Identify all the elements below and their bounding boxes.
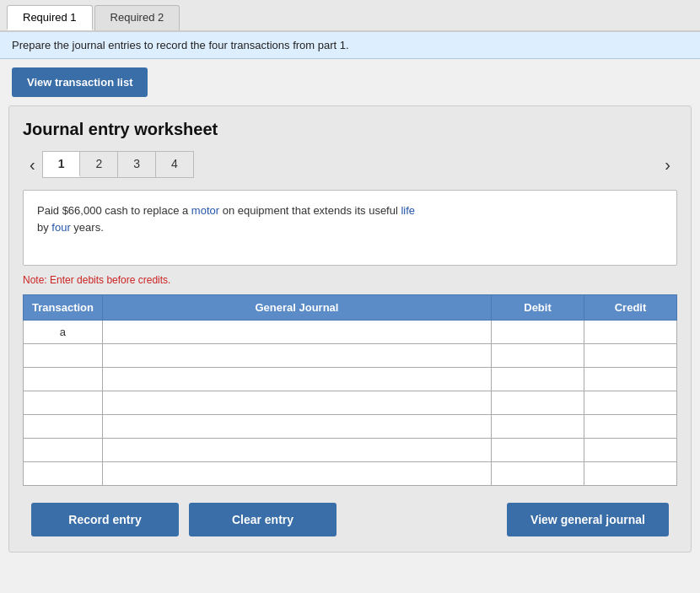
journal-input-cell-6[interactable] <box>102 439 491 462</box>
journal-input-cell-3[interactable] <box>102 368 491 391</box>
desc-part2: on equipment that extends its useful <box>219 204 401 217</box>
journal-input-7[interactable] <box>103 462 491 485</box>
info-bar-text: Prepare the journal entries to record th… <box>12 39 349 51</box>
desc-highlight-four: four <box>51 221 70 234</box>
entry-tab-1[interactable]: 1 <box>43 152 81 177</box>
debit-input-cell-1[interactable] <box>492 321 584 344</box>
transaction-cell-6 <box>24 439 103 462</box>
credit-input-cell-5[interactable] <box>584 415 677 439</box>
credit-input-cell-4[interactable] <box>584 391 677 415</box>
debit-input-4[interactable] <box>492 391 584 414</box>
journal-input-6[interactable] <box>103 439 491 461</box>
journal-input-cell-4[interactable] <box>102 391 491 415</box>
journal-input-cell-2[interactable] <box>102 344 491 368</box>
journal-input-cell-5[interactable] <box>102 415 491 439</box>
table-row <box>24 391 677 415</box>
desc-part1: Paid $66,000 cash to replace a <box>37 204 191 217</box>
desc-highlight-motor: motor <box>191 204 219 217</box>
col-header-transaction: Transaction <box>24 295 103 321</box>
col-header-credit: Credit <box>584 295 677 321</box>
credit-input-cell-1[interactable] <box>584 321 677 344</box>
col-header-journal: General Journal <box>102 295 491 321</box>
desc-part4: years. <box>71 221 104 234</box>
prev-entry-arrow[interactable]: ‹ <box>23 152 42 178</box>
table-row <box>24 415 677 439</box>
debit-input-7[interactable] <box>492 462 584 485</box>
debit-input-2[interactable] <box>492 344 584 367</box>
debit-input-cell-2[interactable] <box>492 344 584 368</box>
credit-input-1[interactable] <box>584 321 676 343</box>
debit-input-3[interactable] <box>492 368 584 391</box>
journal-input-2[interactable] <box>103 344 491 367</box>
debit-input-cell-3[interactable] <box>492 368 584 391</box>
table-row <box>24 344 677 368</box>
tab-required2[interactable]: Required 2 <box>94 5 180 30</box>
credit-input-5[interactable] <box>584 415 676 438</box>
top-tabs-container: Required 1 Required 2 <box>0 0 700 32</box>
note-text: Note: Enter debits before credits. <box>23 274 677 286</box>
desc-part3: by <box>37 221 51 234</box>
bottom-buttons: Record entry Clear entry View general jo… <box>23 498 677 542</box>
entry-tab-4[interactable]: 4 <box>156 152 193 177</box>
journal-table: Transaction General Journal Debit Credit… <box>23 294 677 486</box>
view-general-journal-button[interactable]: View general journal <box>507 503 669 536</box>
journal-input-5[interactable] <box>103 415 491 438</box>
debit-input-cell-6[interactable] <box>492 439 584 462</box>
clear-entry-button[interactable]: Clear entry <box>189 503 337 536</box>
debit-input-cell-7[interactable] <box>492 462 584 486</box>
credit-input-6[interactable] <box>584 439 676 461</box>
table-row <box>24 439 677 462</box>
transaction-description: Paid $66,000 cash to replace a motor on … <box>23 190 677 266</box>
credit-input-cell-3[interactable] <box>584 368 677 391</box>
desc-highlight-life: life <box>401 204 415 217</box>
view-transaction-button[interactable]: View transaction list <box>12 67 148 97</box>
entry-tabs: 1 2 3 4 <box>42 151 194 178</box>
worksheet-container: Journal entry worksheet ‹ 1 2 3 4 › Paid… <box>8 105 692 553</box>
next-entry-arrow[interactable]: › <box>658 152 677 178</box>
debit-input-cell-4[interactable] <box>492 391 584 415</box>
table-row <box>24 462 677 486</box>
table-row: a <box>24 321 677 344</box>
debit-input-1[interactable] <box>492 321 584 343</box>
transaction-cell-3 <box>24 368 103 391</box>
debit-input-5[interactable] <box>492 415 584 438</box>
entry-tab-3[interactable]: 3 <box>118 152 156 177</box>
record-entry-button[interactable]: Record entry <box>31 503 179 536</box>
debit-input-6[interactable] <box>492 439 584 461</box>
col-header-debit: Debit <box>492 295 584 321</box>
transaction-cell-4 <box>24 391 103 415</box>
transaction-cell-7 <box>24 462 103 486</box>
debit-input-cell-5[interactable] <box>492 415 584 439</box>
credit-input-3[interactable] <box>584 368 676 391</box>
button-spacer <box>347 503 497 536</box>
worksheet-title: Journal entry worksheet <box>23 120 677 139</box>
journal-input-1[interactable] <box>103 321 491 343</box>
credit-input-4[interactable] <box>584 391 676 414</box>
journal-input-cell-7[interactable] <box>102 462 491 486</box>
credit-input-cell-7[interactable] <box>584 462 677 486</box>
credit-input-cell-2[interactable] <box>584 344 677 368</box>
transaction-cell-2 <box>24 344 103 368</box>
credit-input-2[interactable] <box>584 344 676 367</box>
credit-input-7[interactable] <box>584 462 676 485</box>
journal-input-4[interactable] <box>103 391 491 414</box>
entry-tabs-container: ‹ 1 2 3 4 › <box>23 151 677 178</box>
table-row <box>24 368 677 391</box>
transaction-cell-5 <box>24 415 103 439</box>
info-bar: Prepare the journal entries to record th… <box>0 32 700 59</box>
credit-input-cell-6[interactable] <box>584 439 677 462</box>
tab-required1[interactable]: Required 1 <box>7 5 93 30</box>
entry-tab-2[interactable]: 2 <box>80 152 118 177</box>
journal-input-cell-1[interactable] <box>102 321 491 344</box>
transaction-cell-a: a <box>24 321 103 344</box>
journal-input-3[interactable] <box>103 368 491 391</box>
